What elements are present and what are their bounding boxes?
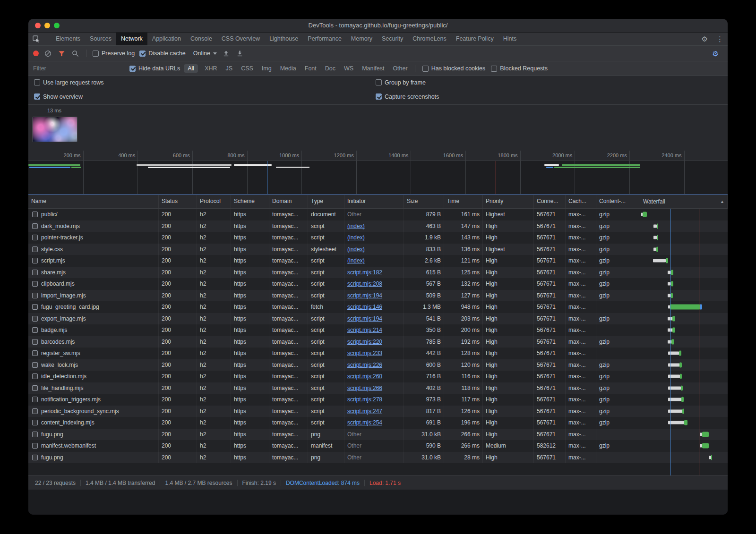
preserve-log-checkbox[interactable]: Preserve log xyxy=(93,50,135,57)
tab-lighthouse[interactable]: Lighthouse xyxy=(265,33,303,45)
tab-memory[interactable]: Memory xyxy=(346,33,377,45)
column-header-time[interactable]: Time xyxy=(444,195,483,208)
table-row[interactable]: periodic_background_sync.mjs200h2httpsto… xyxy=(28,406,728,417)
filter-type-js[interactable]: JS xyxy=(226,65,233,72)
filter-type-manifest[interactable]: Manifest xyxy=(362,65,384,72)
initiator-link[interactable]: script.mjs:254 xyxy=(347,419,382,426)
table-row[interactable]: barcodes.mjs200h2httpstomayac...scriptsc… xyxy=(28,336,728,348)
has-blocked-cookies-checkbox[interactable]: Has blocked cookies xyxy=(422,65,486,72)
filter-type-font[interactable]: Font xyxy=(305,65,317,72)
column-header-status[interactable]: Status xyxy=(159,195,197,208)
initiator-link[interactable]: (index) xyxy=(347,257,365,264)
tab-chromelens[interactable]: ChromeLens xyxy=(408,33,451,45)
filter-type-xhr[interactable]: XHR xyxy=(205,65,217,72)
table-row[interactable]: badge.mjs200h2httpstomayac...scriptscrip… xyxy=(28,324,728,336)
column-header-content[interactable]: Content-... xyxy=(596,195,640,208)
import-har-icon[interactable] xyxy=(222,50,231,57)
show-overview-checkbox[interactable]: Show overview xyxy=(34,93,83,100)
initiator-link[interactable]: script.mjs:220 xyxy=(347,339,382,345)
initiator-link[interactable]: (index) xyxy=(347,234,365,241)
tab-application[interactable]: Application xyxy=(147,33,186,45)
column-header-initiator[interactable]: Initiator xyxy=(344,195,404,208)
column-header-type[interactable]: Type xyxy=(308,195,344,208)
tab-elements[interactable]: Elements xyxy=(51,33,85,45)
throttling-dropdown[interactable]: Online xyxy=(193,50,217,57)
settings-gear-icon[interactable]: ⚙ xyxy=(697,33,712,45)
hide-data-urls-checkbox[interactable]: Hide data URLs xyxy=(129,65,180,72)
filter-type-all[interactable]: All xyxy=(184,64,198,73)
disable-cache-checkbox[interactable]: Disable cache xyxy=(139,50,186,57)
table-row[interactable]: export_image.mjs200h2httpstomayac...scri… xyxy=(28,313,728,325)
minimize-window-button[interactable] xyxy=(44,23,50,28)
filter-type-css[interactable]: CSS xyxy=(241,65,253,72)
table-row[interactable]: pointer-tracker.js200h2httpstomayac...sc… xyxy=(28,232,728,244)
table-row[interactable]: content_indexing.mjs200h2httpstomayac...… xyxy=(28,417,728,429)
initiator-link[interactable]: script.mjs:233 xyxy=(347,350,382,356)
column-header-conne[interactable]: Conne... xyxy=(534,195,566,208)
initiator-link[interactable]: script.mjs:214 xyxy=(347,327,382,333)
table-row[interactable]: fugu_greeting_card.jpg200h2httpstomayac.… xyxy=(28,301,728,313)
zoom-window-button[interactable] xyxy=(54,23,60,28)
initiator-link[interactable]: script.mjs:208 xyxy=(347,280,382,287)
overview-waterfall-band[interactable] xyxy=(28,161,728,195)
export-har-icon[interactable] xyxy=(235,50,244,57)
network-settings-gear-icon[interactable]: ⚙ xyxy=(708,50,723,57)
column-header-name[interactable]: Name xyxy=(28,195,159,208)
column-header-protocol[interactable]: Protocol xyxy=(197,195,231,208)
tab-network[interactable]: Network xyxy=(116,33,147,45)
tab-sources[interactable]: Sources xyxy=(85,33,116,45)
table-row[interactable]: script.mjs200h2httpstomayac...script(ind… xyxy=(28,255,728,267)
table-row[interactable]: clipboard.mjs200h2httpstomayac...scripts… xyxy=(28,278,728,290)
tab-feature-policy[interactable]: Feature Policy xyxy=(451,33,498,45)
initiator-link[interactable]: script.mjs:182 xyxy=(347,269,382,276)
column-header-waterfall[interactable]: Waterfall▲ xyxy=(640,195,728,208)
filter-input[interactable] xyxy=(32,65,124,72)
initiator-link[interactable]: (index) xyxy=(347,223,365,229)
column-header-priority[interactable]: Priority xyxy=(483,195,534,208)
table-row[interactable]: wake_lock.mjs200h2httpstomayac...scripts… xyxy=(28,359,728,371)
table-row[interactable]: file_handling.mjs200h2httpstomayac...scr… xyxy=(28,382,728,394)
column-header-size[interactable]: Size xyxy=(404,195,444,208)
table-row[interactable]: notification_triggers.mjs200h2httpstomay… xyxy=(28,394,728,406)
filmstrip-screenshot-thumbnail[interactable] xyxy=(32,117,77,142)
initiator-link[interactable]: script.mjs:194 xyxy=(347,292,382,299)
table-row[interactable]: idle_detection.mjs200h2httpstomayac...sc… xyxy=(28,371,728,382)
initiator-link[interactable]: (index) xyxy=(347,246,365,253)
record-network-log-button[interactable] xyxy=(33,51,39,56)
table-row[interactable]: import_image.mjs200h2httpstomayac...scri… xyxy=(28,290,728,302)
table-row[interactable]: dark_mode.mjs200h2httpstomayac...script(… xyxy=(28,220,728,232)
initiator-link[interactable]: script.mjs:247 xyxy=(347,408,382,415)
initiator-link[interactable]: script.mjs:260 xyxy=(347,373,382,380)
group-by-frame-checkbox[interactable]: Group by frame xyxy=(376,79,426,86)
blocked-requests-checkbox[interactable]: Blocked Requests xyxy=(491,65,548,72)
filter-type-doc[interactable]: Doc xyxy=(325,65,335,72)
capture-screenshots-checkbox[interactable]: Capture screenshots xyxy=(376,93,439,100)
table-row[interactable]: fugu.png200h2httpstomayac...pngOther31.0… xyxy=(28,452,728,464)
tab-performance[interactable]: Performance xyxy=(303,33,346,45)
table-row[interactable]: fugu.png200h2httpstomayac...pngOther31.0… xyxy=(28,429,728,441)
initiator-link[interactable]: script.mjs:146 xyxy=(347,304,382,310)
table-row[interactable]: manifest.webmanifest200h2httpstomayac...… xyxy=(28,440,728,452)
column-header-domain[interactable]: Domain xyxy=(269,195,308,208)
kebab-menu-icon[interactable]: ⋮ xyxy=(712,33,728,45)
table-row[interactable]: public/200h2httpstomayac...documentOther… xyxy=(28,209,728,220)
initiator-link[interactable]: script.mjs:226 xyxy=(347,362,382,368)
tab-css-overview[interactable]: CSS Overview xyxy=(217,33,265,45)
filter-type-ws[interactable]: WS xyxy=(344,65,353,72)
column-header-scheme[interactable]: Scheme xyxy=(231,195,269,208)
filter-funnel-icon[interactable] xyxy=(57,50,66,57)
initiator-link[interactable]: script.mjs:194 xyxy=(347,315,382,322)
table-row[interactable]: share.mjs200h2httpstomayac...scriptscrip… xyxy=(28,267,728,279)
initiator-link[interactable]: script.mjs:266 xyxy=(347,385,382,391)
use-large-request-rows-checkbox[interactable]: Use large request rows xyxy=(34,79,104,86)
tab-hints[interactable]: Hints xyxy=(498,33,521,45)
filter-type-other[interactable]: Other xyxy=(393,65,407,72)
clear-network-log-icon[interactable] xyxy=(43,50,52,57)
filter-type-media[interactable]: Media xyxy=(280,65,296,72)
close-window-button[interactable] xyxy=(35,23,41,28)
table-row[interactable]: style.css200h2httpstomayac...stylesheet(… xyxy=(28,244,728,255)
table-row[interactable]: register_sw.mjs200h2httpstomayac...scrip… xyxy=(28,348,728,359)
inspect-element-icon[interactable] xyxy=(28,33,44,45)
search-icon[interactable] xyxy=(71,50,80,57)
initiator-link[interactable]: script.mjs:278 xyxy=(347,396,382,403)
